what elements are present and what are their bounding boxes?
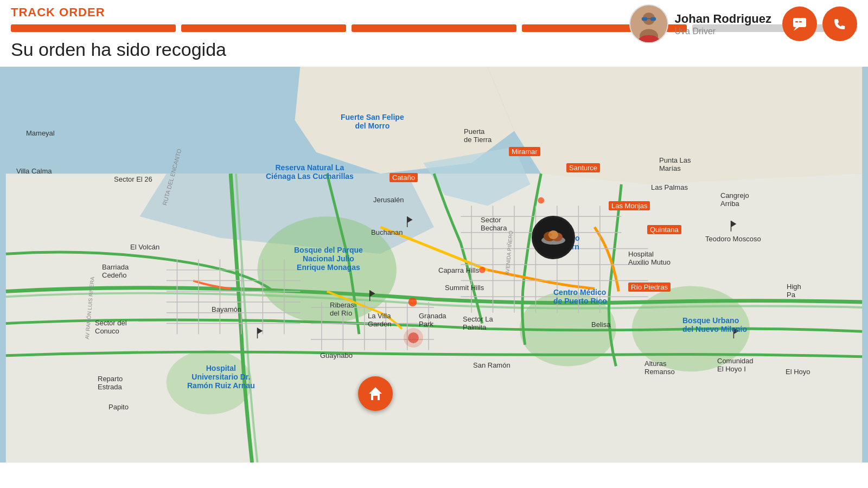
svg-rect-10 <box>799 21 802 23</box>
svg-rect-4 <box>650 17 655 21</box>
svg-point-76 <box>548 233 552 236</box>
svg-point-22 <box>479 267 486 273</box>
message-button[interactable] <box>782 7 817 41</box>
header: TRACK ORDER Johan Rodriguez Uva Driver <box>0 0 868 21</box>
svg-marker-77 <box>369 387 382 400</box>
map-svg: RUTA DEL ENCANTO AV RAMÓN LUIS RIVERA AV… <box>0 67 868 463</box>
map-container[interactable]: RUTA DEL ENCANTO AV RAMÓN LUIS RIVERA AV… <box>0 67 868 463</box>
driver-role: Uva Driver <box>675 27 771 36</box>
progress-segment-3 <box>352 24 516 32</box>
svg-point-21 <box>409 298 417 306</box>
svg-rect-9 <box>795 21 798 23</box>
action-buttons <box>782 7 857 41</box>
svg-point-23 <box>538 197 544 204</box>
delivery-pulse-indicator <box>408 332 419 343</box>
svg-rect-3 <box>641 17 647 21</box>
driver-name: Johan Rodriguez <box>675 11 771 27</box>
svg-marker-8 <box>794 27 799 31</box>
driver-info-panel: Johan Rodriguez Uva Driver <box>629 4 857 43</box>
driver-location-marker <box>532 216 575 259</box>
call-button[interactable] <box>822 7 857 41</box>
progress-segment-2 <box>181 24 346 32</box>
home-location-marker <box>358 376 393 411</box>
driver-details: Johan Rodriguez Uva Driver <box>675 11 771 37</box>
progress-segment-1 <box>11 24 176 32</box>
svg-marker-14 <box>488 67 863 184</box>
avatar <box>629 4 668 43</box>
svg-point-20 <box>167 350 252 414</box>
